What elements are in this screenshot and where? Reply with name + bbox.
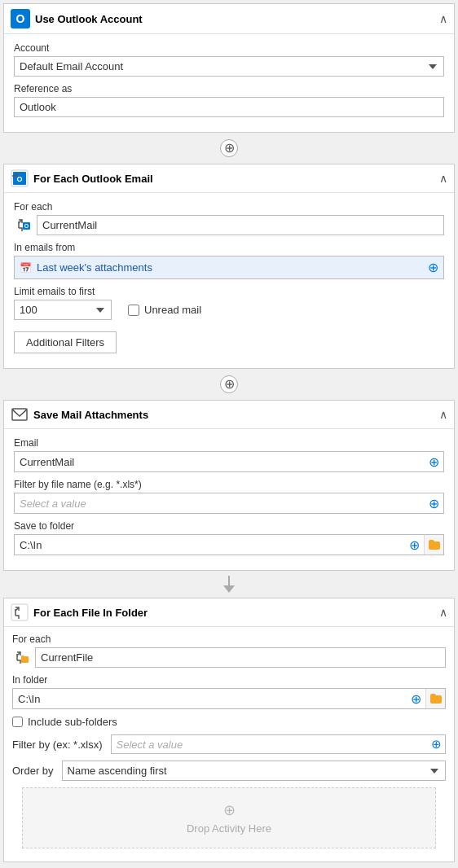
limit-row: Limit emails to first 100 50 200 All Unr…	[14, 286, 444, 320]
for-each-email-card: O For Each Outlook Email ∧ For each	[3, 164, 455, 369]
for-each-email-header-left: O For Each Outlook Email	[11, 169, 153, 187]
save-mail-card: Save Mail Attachments ∧ Email ⊕ Filter b…	[3, 400, 455, 571]
save-folder-input[interactable]	[15, 536, 404, 555]
outlook-icon: O	[11, 9, 30, 28]
arrow-connector	[3, 571, 455, 598]
filter-by-input[interactable]	[112, 736, 427, 753]
emails-from-selector[interactable]: 📅 Last week's attachments ⊕	[14, 256, 444, 279]
save-mail-icon	[11, 406, 29, 423]
for-each-label: For each	[14, 201, 444, 213]
save-mail-body: Email ⊕ Filter by file name (e.g. *.xls*…	[4, 429, 454, 570]
order-by-select-wrap: Name ascending first Name descending fir…	[62, 761, 446, 781]
for-each-file-card: For Each File In Folder ∧ For each	[3, 598, 455, 862]
add-activity-btn-1[interactable]: ⊕	[220, 139, 238, 157]
use-outlook-header: O Use Outlook Account ∧	[4, 4, 454, 34]
use-outlook-header-left: O Use Outlook Account	[11, 9, 143, 28]
add-activity-btn-2[interactable]: ⊕	[220, 375, 238, 393]
save-folder-label: Save to folder	[14, 520, 444, 532]
drop-activity-text: Drop Activity Here	[187, 822, 271, 835]
emails-from-icon: 📅	[20, 262, 32, 274]
for-each-file-label: For each	[12, 633, 446, 645]
for-each-file-header-left: For Each File In Folder	[11, 603, 148, 621]
filter-by-add-btn[interactable]: ⊕	[427, 735, 445, 753]
in-folder-row: In folder ⊕	[12, 674, 446, 709]
use-outlook-body: Account Default Email Account Reference …	[4, 34, 454, 132]
in-folder-input-wrap: ⊕	[12, 688, 446, 709]
include-subfolders-row: Include sub-folders	[12, 716, 446, 728]
save-folder-add-btn[interactable]: ⊕	[404, 535, 424, 555]
additional-filters-btn[interactable]: Additional Filters	[14, 331, 117, 353]
reference-label: Reference as	[14, 83, 444, 94]
include-subfolders-checkbox[interactable]	[12, 717, 23, 727]
order-by-label: Order by	[12, 765, 54, 777]
in-emails-row: In emails from 📅 Last week's attachments…	[14, 242, 444, 279]
email-label: Email	[14, 437, 444, 449]
filter-by-label: Filter by (ex: *.xlsx)	[12, 739, 103, 751]
save-folder-input-wrap: ⊕	[14, 534, 444, 555]
account-select[interactable]: Default Email Account	[14, 56, 444, 77]
plus-connector-1: ⊕	[3, 133, 455, 164]
save-mail-header: Save Mail Attachments ∧	[4, 401, 454, 429]
in-emails-label: In emails from	[14, 242, 444, 253]
for-each-file-loop-icon	[12, 649, 30, 667]
emails-from-add-btn[interactable]: ⊕	[428, 260, 438, 275]
filter-filename-label: Filter by file name (e.g. *.xls*)	[14, 479, 444, 490]
save-mail-title: Save Mail Attachments	[33, 409, 148, 421]
email-input-wrap: ⊕	[14, 451, 444, 472]
use-outlook-card: O Use Outlook Account ∧ Account Default …	[3, 3, 455, 133]
folder-browse-icon	[429, 540, 440, 550]
in-folder-input[interactable]	[13, 690, 406, 708]
for-each-loop-icon: O	[14, 217, 32, 235]
filter-by-input-wrap: ⊕	[111, 734, 446, 754]
svg-line-8	[12, 409, 17, 414]
filter-filename-input[interactable]	[15, 494, 424, 513]
for-each-file-header: For Each File In Folder ∧	[4, 598, 454, 627]
use-outlook-collapse-btn[interactable]: ∧	[439, 12, 447, 25]
email-add-btn[interactable]: ⊕	[424, 452, 443, 471]
for-each-email-title: For Each Outlook Email	[33, 173, 153, 185]
save-folder-row: Save to folder ⊕	[14, 520, 444, 555]
svg-line-9	[22, 409, 27, 414]
drop-activity-zone[interactable]: ⊕ Drop Activity Here	[22, 787, 436, 848]
drop-activity-icon: ⊕	[223, 801, 236, 819]
in-folder-add-btn[interactable]: ⊕	[406, 689, 425, 708]
save-mail-header-left: Save Mail Attachments	[11, 406, 148, 423]
include-subfolders-text: Include sub-folders	[28, 716, 117, 728]
save-mail-collapse-btn[interactable]: ∧	[439, 408, 447, 421]
in-folder-label: In folder	[12, 674, 446, 686]
for-each-value-input[interactable]	[37, 215, 444, 235]
account-label: Account	[14, 42, 444, 54]
include-subfolders-label[interactable]: Include sub-folders	[12, 716, 117, 728]
limit-select-wrap: 100 50 200 All	[14, 300, 112, 320]
limit-select[interactable]: 100 50 200 All	[14, 300, 112, 320]
filter-filename-row: Filter by file name (e.g. *.xls*) ⊕	[14, 479, 444, 514]
for-each-file-icon	[11, 603, 29, 621]
for-each-file-body: For each	[4, 627, 454, 861]
order-by-select[interactable]: Name ascending first Name descending fir…	[62, 761, 446, 781]
in-folder-browse-btn[interactable]	[425, 689, 445, 708]
limit-controls: 100 50 200 All Unread mail	[14, 300, 444, 320]
use-outlook-title: Use Outlook Account	[35, 13, 143, 25]
emails-from-value: Last week's attachments	[37, 261, 423, 274]
email-input[interactable]	[15, 453, 424, 471]
plus-connector-2: ⊕	[3, 369, 455, 400]
for-each-file-row: For each	[12, 633, 446, 668]
unread-label: Unread mail	[144, 304, 201, 316]
unread-checkbox[interactable]	[128, 305, 139, 316]
unread-check-label[interactable]: Unread mail	[128, 304, 201, 316]
limit-label: Limit emails to first	[14, 286, 444, 297]
reference-input[interactable]	[14, 97, 444, 117]
filter-filename-add-btn[interactable]: ⊕	[424, 493, 443, 513]
svg-text:O: O	[24, 223, 29, 229]
email-field-row: Email ⊕	[14, 437, 444, 472]
filter-filename-input-wrap: ⊕	[14, 493, 444, 514]
for-each-email-icon: O	[11, 169, 29, 187]
for-each-file-value-input[interactable]	[35, 647, 446, 668]
for-each-email-header: O For Each Outlook Email ∧	[4, 164, 454, 193]
for-each-row: For each O	[14, 201, 444, 235]
for-each-file-collapse-btn[interactable]: ∧	[439, 606, 447, 619]
for-each-email-collapse-btn[interactable]: ∧	[439, 172, 447, 185]
save-folder-browse-btn[interactable]	[424, 535, 443, 555]
for-each-file-title: For Each File In Folder	[33, 607, 148, 619]
order-by-row: Order by Name ascending first Name desce…	[12, 761, 446, 781]
